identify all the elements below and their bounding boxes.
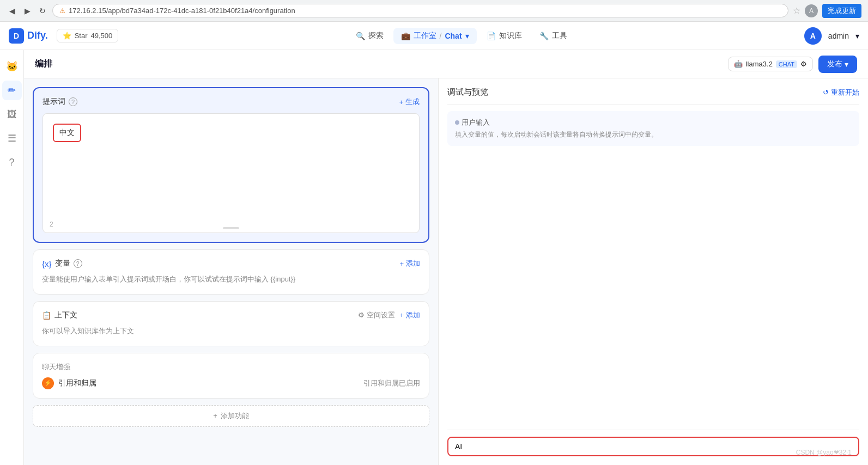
context-actions: ⚙ 空间设置 + 添加 — [358, 310, 420, 320]
publish-label: 发布 — [827, 59, 842, 69]
nav-knowledge[interactable]: 📄 知识库 — [479, 28, 530, 44]
feature-label: ⚡ 引用和归属 — [42, 377, 96, 389]
context-settings-icon: ⚙ — [358, 311, 365, 319]
knowledge-label: 知识库 — [499, 31, 522, 41]
context-card: 📋 上下文 ⚙ 空间设置 + 添加 — [33, 301, 429, 346]
chat-label: Chat — [445, 32, 462, 40]
logo[interactable]: D Dify. — [9, 28, 48, 44]
page-title: 编排 — [35, 58, 52, 70]
context-settings-button[interactable]: ⚙ 空间设置 — [358, 310, 395, 320]
context-title: 📋 上下文 — [42, 310, 77, 320]
nav-right: A admin ▾ — [804, 27, 859, 45]
prompt-textarea[interactable]: 中文 2 — [43, 113, 420, 233]
left-panel: 提示词 ? + 生成 中文 2 — [24, 78, 438, 465]
model-chat-tag: CHAT — [776, 60, 797, 68]
reload-button[interactable]: ↻ — [37, 5, 48, 16]
tools-icon: 🔧 — [539, 32, 549, 40]
sidebar-item-app[interactable]: 🐱 — [2, 57, 22, 76]
model-robot-icon: 🤖 — [734, 60, 743, 68]
chat-dropdown-icon: ▾ — [465, 32, 469, 40]
logo-icon: D — [9, 28, 24, 44]
knowledge-icon: 📄 — [487, 32, 496, 40]
user-input-info: 用户输入 填入变量的值，每次启动新会话时该变量将自动替换提示词中的变量。 — [447, 111, 859, 146]
prompt-card: 提示词 ? + 生成 中文 2 — [33, 87, 429, 243]
context-icon: 📋 — [42, 311, 51, 320]
variables-add-icon: + — [399, 260, 404, 268]
bookmark-button[interactable]: ☆ — [793, 5, 800, 16]
toolbar: 编排 🤖 llama3.2 CHAT ⚙ 发布 ▾ — [24, 50, 868, 78]
prompt-help-icon[interactable]: ? — [69, 97, 77, 106]
user-input-desc: 填入变量的值，每次启动新会话时该变量将自动替换提示词中的变量。 — [455, 130, 852, 139]
github-star-label: Star — [75, 32, 88, 40]
back-button[interactable]: ◀ — [7, 5, 17, 16]
nav-center: 🔍 探索 💼 工作室 / Chat ▾ 📄 知识库 🔧 工具 — [127, 28, 796, 44]
preview-spacer — [447, 152, 859, 430]
variables-help-icon[interactable]: ? — [74, 259, 82, 268]
generate-label: 生成 — [405, 97, 420, 107]
forward-button[interactable]: ▶ — [22, 5, 33, 16]
tools-label: 工具 — [552, 31, 567, 41]
variables-desc: 变量能使用户输入表单引入提示词或开场白，你可以试试在提示词中输入 {{input… — [42, 274, 420, 285]
explore-icon: 🔍 — [356, 32, 365, 40]
prompt-input-box[interactable]: 中文 — [53, 124, 81, 142]
add-feature-button[interactable]: + 添加功能 — [33, 405, 429, 427]
browser-user-icon: A — [805, 4, 818, 17]
variables-header: {x} 变量 ? + 添加 — [42, 259, 420, 268]
workspace-label: 工作室 — [414, 31, 436, 41]
left-sidebar: 🐱 ✏ 🖼 ☰ ? — [0, 50, 24, 465]
app-layout: 🐱 ✏ 🖼 ☰ ? 编排 🤖 llama3.2 CHAT ⚙ 发布 ▾ — [0, 50, 868, 465]
panels: 提示词 ? + 生成 中文 2 — [24, 78, 868, 465]
publish-button[interactable]: 发布 ▾ — [818, 56, 857, 73]
restart-label: 重新开始 — [831, 88, 859, 97]
generate-button[interactable]: + 生成 — [399, 97, 420, 107]
admin-label: admin — [828, 32, 849, 40]
browser-chrome: ◀ ▶ ↻ ⚠ 172.16.2.15/app/bd7a34ad-172c-41… — [0, 0, 868, 22]
user-input-label: 用户输入 — [455, 118, 852, 127]
preview-header: 调试与预览 ↺ 重新开始 — [447, 87, 859, 105]
csdn-watermark: CSDN @yao❤32·1 — [796, 449, 852, 456]
update-button[interactable]: 完成更新 — [822, 4, 861, 18]
github-star-icon: ⭐ — [63, 32, 71, 40]
prompt-label: 提示词 ? — [43, 97, 77, 107]
feature-status: 引用和归属已启用 — [363, 378, 420, 388]
sidebar-item-help[interactable]: ? — [2, 152, 22, 172]
nav-workspace[interactable]: 💼 工作室 / Chat ▾ — [393, 28, 477, 44]
context-desc: 你可以导入知识库作为上下文 — [42, 326, 420, 337]
generate-plus-icon: + — [399, 98, 403, 106]
sidebar-item-list[interactable]: ☰ — [2, 129, 22, 148]
variables-add-button[interactable]: + 添加 — [399, 259, 420, 268]
top-nav: D Dify. ⭐ Star 49,500 🔍 探索 💼 工作室 / Chat … — [0, 22, 868, 50]
security-icon: ⚠ — [59, 7, 65, 15]
workspace-icon: 💼 — [401, 32, 410, 40]
nav-tools[interactable]: 🔧 工具 — [532, 28, 575, 44]
context-header: 📋 上下文 ⚙ 空间设置 + 添加 — [42, 310, 420, 320]
admin-avatar: A — [804, 27, 822, 45]
variables-icon: {x} — [42, 259, 52, 268]
context-settings-label: 空间设置 — [367, 310, 395, 320]
publish-dropdown-icon: ▾ — [845, 60, 848, 69]
model-settings-icon: ⚙ — [800, 60, 807, 68]
preview-title: 调试与预览 — [447, 87, 488, 97]
github-star-count: 49,500 — [91, 32, 113, 40]
restart-icon: ↺ — [823, 88, 829, 96]
sidebar-item-edit[interactable]: ✏ — [2, 81, 22, 100]
nav-explore[interactable]: 🔍 探索 — [348, 28, 391, 44]
add-feature-label: 添加功能 — [221, 411, 249, 421]
toolbar-right: 🤖 llama3.2 CHAT ⚙ 发布 ▾ — [728, 56, 857, 73]
github-star-button[interactable]: ⭐ Star 49,500 — [57, 29, 119, 42]
browser-actions: ☆ A 完成更新 — [793, 4, 861, 18]
context-add-button[interactable]: + 添加 — [399, 310, 420, 320]
user-input-dot-icon — [455, 120, 459, 125]
context-add-icon: + — [399, 311, 404, 319]
explore-label: 探索 — [368, 31, 384, 41]
restart-button[interactable]: ↺ 重新开始 — [823, 88, 859, 97]
feature-name: 引用和归属 — [58, 378, 96, 388]
context-add-label: 添加 — [406, 310, 420, 320]
url-text: 172.16.2.15/app/bd7a34ad-172c-41dc-a181-… — [69, 7, 295, 15]
sidebar-item-image[interactable]: 🖼 — [2, 105, 22, 124]
model-selector[interactable]: 🤖 llama3.2 CHAT ⚙ — [728, 57, 813, 71]
feature-icon: ⚡ — [42, 377, 54, 389]
logo-text: Dify. — [27, 30, 48, 41]
address-bar[interactable]: ⚠ 172.16.2.15/app/bd7a34ad-172c-41dc-a18… — [52, 4, 788, 17]
resize-handle[interactable] — [223, 227, 239, 229]
